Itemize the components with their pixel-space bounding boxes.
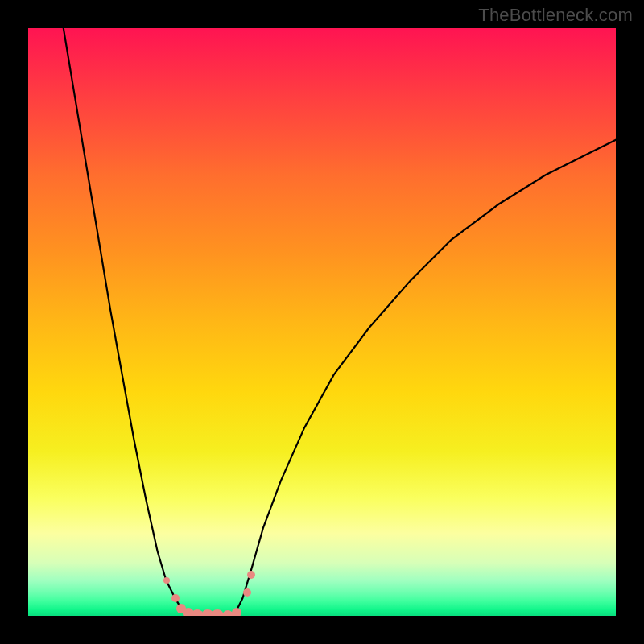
bottleneck-curve bbox=[64, 28, 616, 616]
data-point bbox=[171, 594, 180, 602]
chart-frame: TheBottleneck.com bbox=[0, 0, 644, 644]
data-point bbox=[163, 577, 170, 584]
curve-layer bbox=[28, 28, 616, 616]
watermark-text: TheBottleneck.com bbox=[478, 5, 633, 26]
data-point bbox=[247, 571, 255, 579]
data-point bbox=[243, 588, 251, 597]
data-point bbox=[232, 608, 242, 616]
plot-area bbox=[28, 28, 616, 616]
